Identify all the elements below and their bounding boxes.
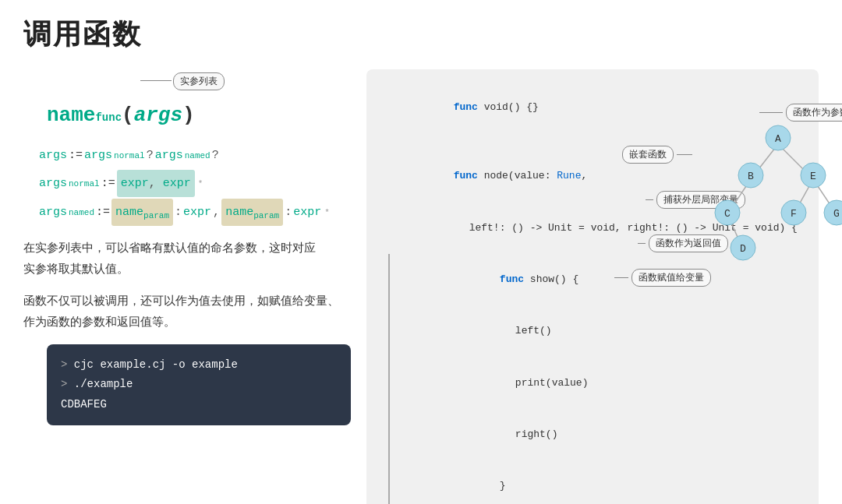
svg-text:A: A	[775, 133, 781, 145]
code-line-node2: left!: () -> Unit = void, right!: () -> …	[380, 203, 630, 254]
code-line-print: print(value)	[394, 358, 630, 409]
annotation-func-assign-var: 函数赋值给变量	[614, 269, 711, 287]
annotation-nested-func: 嵌套函数	[622, 146, 692, 164]
terminal-line-2: > ./example	[61, 375, 337, 394]
code-line-right: right()	[394, 409, 630, 460]
annotation-bubble-nested-func: 嵌套函数	[622, 146, 674, 164]
args-bubble: 实参列表	[173, 72, 225, 90]
annotation-func-as-param: 函数作为参数	[759, 104, 842, 122]
code-line-show: func show() {	[394, 254, 630, 305]
page-container: 调用函数 实参列表 namefunc(args) args	[23, 16, 819, 504]
code-area: func void() {} func node(value: Rune, le…	[380, 82, 630, 504]
grammar-line-1: args := argsnormal ?argsnamed?	[39, 143, 351, 168]
nested-func-block: func show() { left() print(value) right(…	[380, 254, 630, 504]
svg-text:G: G	[833, 208, 840, 220]
grammar-lines: args := argsnormal ?argsnamed? argsnorma…	[23, 143, 351, 226]
svg-text:D: D	[740, 243, 746, 255]
code-line-void: func void() {}	[380, 82, 630, 133]
tree-diagram: A B E C F G D	[700, 121, 842, 287]
annotation-bubble-func-assign-var: 函数赋值给变量	[632, 269, 711, 287]
annotation-bubble-func-as-param: 函数作为参数	[786, 104, 842, 122]
main-layout: 实参列表 namefunc(args) args := argsnormal ?…	[23, 69, 819, 504]
grammar-line-3: argsnamed := nameparam : expr, nameparam…	[39, 199, 351, 226]
code-line-node1: func node(value: Rune,	[380, 150, 630, 202]
terminal-line-1: > cjc example.cj -o example	[61, 355, 337, 375]
code-line-show-close: }	[394, 460, 630, 504]
terminal-output: CDBAFEG	[61, 395, 337, 414]
left-panel: 实参列表 namefunc(args) args := argsnormal ?…	[23, 69, 351, 425]
svg-text:E: E	[810, 171, 816, 182]
code-line-blank1	[380, 133, 630, 150]
code-line-left: left()	[394, 305, 630, 357]
grammar-line-2: argsnormal := expr, expr *	[39, 170, 351, 197]
syntax-block: 实参列表 namefunc(args)	[23, 69, 351, 127]
desc1: 在实参列表中，可以省略有默认值的命名参数，这时对应实参将取其默认值。	[23, 237, 351, 279]
call-syntax: namefunc(args)	[23, 104, 351, 127]
terminal-block: > cjc example.cj -o example > ./example …	[47, 344, 351, 425]
svg-text:C: C	[724, 208, 731, 220]
desc2: 函数不仅可以被调用，还可以作为值去使用，如赋值给变量、作为函数的参数和返回值等。	[23, 290, 351, 332]
right-panel: func void() {} func node(value: Rune, le…	[366, 69, 819, 504]
svg-text:B: B	[748, 171, 754, 182]
svg-text:F: F	[791, 208, 797, 220]
page-title: 调用函数	[23, 16, 819, 54]
